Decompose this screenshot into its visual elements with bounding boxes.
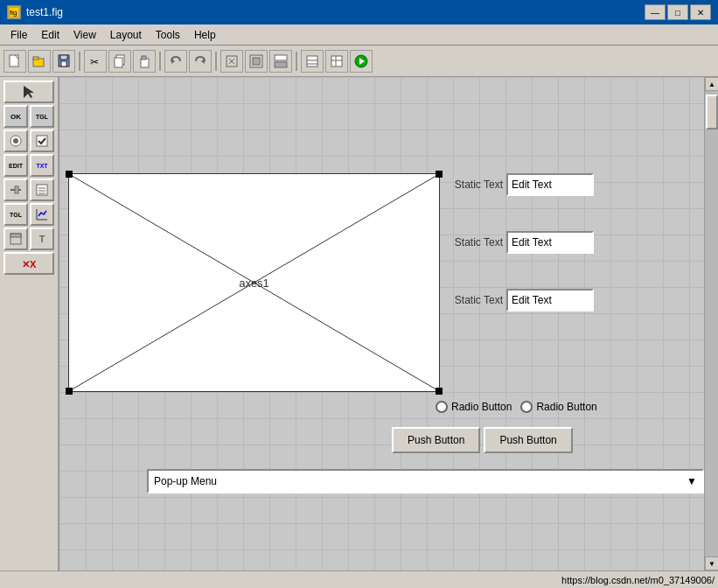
handle-tr[interactable]: [436, 171, 443, 178]
new-button[interactable]: [3, 50, 26, 73]
toolbar: ✂: [0, 46, 718, 77]
listbox-tool[interactable]: [30, 178, 54, 201]
scroll-track[interactable]: [705, 91, 718, 556]
menu-layout[interactable]: Layout: [103, 27, 149, 43]
radiobutton-tool[interactable]: [3, 130, 28, 152]
svg-rect-21: [275, 55, 287, 60]
push-button-2[interactable]: Push Button: [484, 427, 572, 453]
radio-buttons-row: Radio Button Radio Button: [436, 401, 597, 413]
svg-marker-31: [24, 86, 34, 98]
svg-point-33: [13, 138, 18, 144]
app-icon: fig: [7, 5, 21, 19]
align3-button[interactable]: [269, 50, 292, 73]
btngroup-tool[interactable]: T: [30, 228, 54, 250]
tool-row-1: OK TGL: [3, 105, 54, 128]
title-controls: — □ ✕: [645, 4, 711, 20]
maximize-button[interactable]: □: [667, 4, 688, 20]
scroll-down-button[interactable]: ▼: [705, 556, 718, 570]
toolbar-sep-3: [215, 52, 217, 71]
save-button[interactable]: [52, 50, 75, 73]
menu-view[interactable]: View: [66, 27, 103, 43]
run-icon-btn[interactable]: [350, 50, 373, 73]
select-tool[interactable]: [3, 80, 54, 103]
minimize-button[interactable]: —: [645, 4, 666, 20]
popup-menu-container: Pop-up Menu ▼: [147, 469, 704, 494]
widget-row-3: Static Text Edit Text: [446, 289, 594, 312]
edit-text-2[interactable]: Edit Text: [506, 231, 594, 254]
scroll-up-button[interactable]: ▲: [705, 77, 718, 91]
pushbutton-tool[interactable]: OK: [3, 105, 28, 128]
handle-tl[interactable]: [66, 171, 73, 178]
status-text: https://blog.csdn.net/m0_37149006/: [561, 575, 715, 585]
main-layout: OK TGL EDIT TXT TGL: [0, 77, 718, 570]
edittext-tool[interactable]: EDIT: [3, 154, 28, 177]
popup-menu-arrow-icon: ▼: [687, 475, 697, 487]
slider-tool[interactable]: [3, 178, 28, 201]
prop1-button[interactable]: [301, 50, 324, 73]
radio-label-2: Radio Button: [536, 401, 596, 413]
prop2-button[interactable]: [325, 50, 348, 73]
static-text-3: Static Text: [446, 294, 503, 306]
svg-rect-26: [331, 56, 342, 66]
svg-rect-13: [142, 56, 146, 60]
menu-tools[interactable]: Tools: [149, 27, 187, 43]
svg-rect-22: [275, 62, 287, 67]
close-button[interactable]: ✕: [690, 4, 711, 20]
togglebutton-tool[interactable]: TGL: [30, 105, 54, 128]
menu-help[interactable]: Help: [187, 27, 223, 43]
handle-bl[interactable]: [66, 388, 73, 395]
undo-button[interactable]: [164, 50, 187, 73]
delete-tool[interactable]: ✕X: [3, 252, 54, 275]
handle-br[interactable]: [436, 388, 443, 395]
copy-button[interactable]: [108, 50, 131, 73]
menu-file[interactable]: File: [3, 27, 34, 43]
radio-circle-1: [436, 401, 448, 413]
edit-text-1[interactable]: Edit Text: [506, 173, 594, 196]
axes-label: axes1: [239, 276, 269, 290]
svg-rect-8: [61, 61, 66, 66]
canvas[interactable]: axes1 Static Text Edit Text Static: [59, 77, 718, 570]
toggle2-tool[interactable]: TGL: [3, 203, 28, 226]
checkbox-tool[interactable]: [30, 130, 54, 152]
push-button-1[interactable]: Push Button: [392, 427, 480, 453]
svg-rect-36: [15, 186, 18, 193]
vertical-scrollbar: ▲ ▼: [704, 77, 718, 570]
toolbar-sep-2: [159, 52, 161, 71]
radio-button-1[interactable]: Radio Button: [436, 401, 512, 413]
svg-rect-7: [60, 55, 67, 60]
open-button[interactable]: [28, 50, 51, 73]
menu-edit[interactable]: Edit: [34, 27, 66, 43]
svg-rect-20: [253, 58, 260, 65]
tool-row-6: T: [3, 228, 54, 250]
cut-button[interactable]: ✂: [84, 50, 107, 73]
tool-row-4: [3, 178, 54, 201]
align1-button[interactable]: [220, 50, 243, 73]
radio-circle-2: [520, 401, 533, 413]
toolbar-sep-1: [79, 52, 80, 71]
statictext-tool[interactable]: TXT: [30, 154, 54, 177]
popup-menu[interactable]: Pop-up Menu ▼: [147, 469, 704, 494]
scroll-thumb[interactable]: [706, 94, 718, 130]
widget-rows: Static Text Edit Text Static Text Edit T…: [446, 173, 594, 312]
toolbar-sep-4: [296, 52, 297, 71]
align2-button[interactable]: [245, 50, 268, 73]
tool-row-7: ✕X: [3, 252, 54, 275]
axes-tool[interactable]: [30, 203, 54, 226]
redo-button[interactable]: [189, 50, 212, 73]
svg-rect-34: [37, 136, 47, 146]
title-text: test1.fig: [26, 6, 63, 18]
tool-row-3: EDIT TXT: [3, 154, 54, 177]
svg-text:✂: ✂: [90, 56, 99, 68]
edit-text-3[interactable]: Edit Text: [506, 289, 594, 312]
tool-row-2: [3, 130, 54, 152]
svg-rect-44: [10, 234, 21, 237]
title-bar-left: fig test1.fig: [7, 5, 63, 19]
svg-rect-23: [307, 56, 317, 66]
panel-tool[interactable]: [3, 228, 28, 250]
axes-box[interactable]: axes1: [68, 173, 440, 392]
paste-button[interactable]: [133, 50, 156, 73]
radio-button-2[interactable]: Radio Button: [520, 401, 596, 413]
popup-menu-label: Pop-up Menu: [154, 475, 217, 487]
svg-text:fig: fig: [10, 9, 17, 17]
canvas-container: axes1 Static Text Edit Text Static: [59, 77, 718, 570]
